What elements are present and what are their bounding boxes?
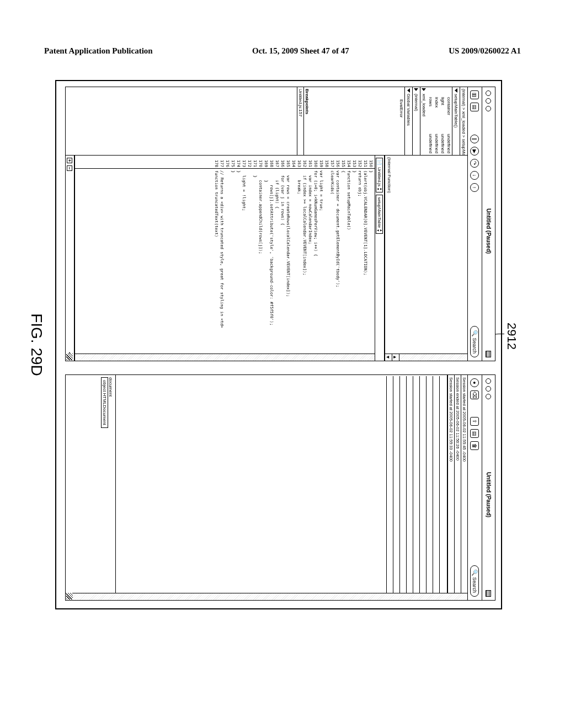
list-icon[interactable]: ▤ <box>471 429 479 438</box>
close-icon[interactable] <box>486 378 492 384</box>
export-icon[interactable]: ⇪ <box>471 417 479 426</box>
window-title: Untitled (Paused) <box>486 114 492 349</box>
callout-2912: 2912 <box>504 323 519 350</box>
trash-icon[interactable]: 🗑 <box>471 441 479 450</box>
window-title: Untitled (Paused) <box>486 402 492 588</box>
minimize-icon[interactable] <box>486 98 492 104</box>
zoom-icon[interactable] <box>486 394 492 399</box>
rotated-content: 2912 2910 2911 Untitled (Paused) ▥ ▤ ∥ ▶… <box>55 80 502 609</box>
disclosure-triangle-icon[interactable] <box>455 88 457 93</box>
minimize-icon[interactable] <box>486 386 492 392</box>
variable-row: indexundefined <box>434 87 440 155</box>
titlebar: Untitled (Paused) <box>482 87 495 361</box>
console-toolbar: ● ⌫ ⇪ ▤ 🗑 🔍 Search <box>467 375 482 600</box>
step-out-icon[interactable]: ↑ <box>471 183 479 192</box>
sheet-label: Oct. 15, 2009 Sheet 47 of 47 <box>252 46 349 56</box>
log-line <box>393 376 399 599</box>
updown-icon: ▴▾ <box>376 188 383 190</box>
toolbar-toggle-icon[interactable] <box>486 351 492 357</box>
log-line <box>426 376 433 599</box>
log-line <box>433 376 439 599</box>
log-line <box>419 376 426 599</box>
log-area[interactable] <box>115 375 447 600</box>
internal-function-label: (Internal Function) <box>387 157 392 193</box>
scope-xml-loaded[interactable]: xml_loaded <box>420 87 428 155</box>
step-over-icon[interactable]: ↷ <box>471 159 479 168</box>
footer-controls: + − ◂ ▸ <box>66 156 74 361</box>
figure-frame: 2912 2910 2911 Untitled (Paused) ▥ ▤ ∥ ▶… <box>55 80 502 609</box>
scroll-up-icon[interactable]: ▴ <box>392 354 399 361</box>
doc-label: document <box>108 377 113 598</box>
zoom-icon[interactable] <box>486 106 492 111</box>
log-line <box>439 376 446 599</box>
file-icon: 📄 <box>377 160 382 165</box>
doc-value-box[interactable]: object HTMLDocument <box>101 377 108 428</box>
continue-icon[interactable]: ▶ <box>471 147 479 156</box>
file-name: Untitled.js <box>377 167 382 186</box>
pause-icon[interactable]: ∥ <box>471 135 479 143</box>
inspector-area: document object HTMLDocument <box>66 375 115 600</box>
debugger-window: Untitled (Paused) ▥ ▤ ∥ ▶ ↷ ↓ ↑ 🔍 Search <box>65 87 495 361</box>
session-list[interactable]: Session started at 2005-06-02 11:55:45 -… <box>447 375 467 600</box>
breakpoint-item[interactable]: Untitled.js:157 <box>297 87 303 155</box>
log-line <box>413 376 419 599</box>
clear-icon[interactable]: ⌫ <box>471 390 479 399</box>
variable-row: rowsundefined <box>428 87 434 155</box>
scroll-down-icon[interactable]: ▾ <box>385 354 392 361</box>
variable-row: EvalError <box>398 87 404 155</box>
console-window: Untitled (Paused) ● ⌫ ⇪ ▤ 🗑 🔍 Search Ses… <box>65 374 495 601</box>
line-number-gutter[interactable]: 1501511521531541551561571581591601611621… <box>75 156 375 169</box>
scrollbar-vertical[interactable] <box>75 354 375 361</box>
updown-icon: ▴▾ <box>376 229 383 232</box>
toolbar-toggle-icon[interactable] <box>486 590 492 597</box>
search-input[interactable]: 🔍 Search <box>471 565 479 597</box>
figure-label: FIG. 29D <box>28 313 45 376</box>
variable-row: containerundefined <box>446 87 452 155</box>
file-dropdown[interactable]: 📄 Untitled.js ▴▾ <box>376 158 383 192</box>
console-icon[interactable]: ▤ <box>471 103 479 111</box>
source-selector-bar: 📄 Untitled.js ▴▾ setupMainTable ▴▾ <box>375 156 385 361</box>
page-header: Patent Application Publication Oct. 15, … <box>44 46 521 56</box>
log-line <box>399 376 406 599</box>
code-lines[interactable]: }(alert(obj.VCALENDAR[0].VEVENT[1].LOCAT… <box>75 169 375 361</box>
record-icon[interactable]: ● <box>471 378 479 387</box>
titlebar: Untitled (Paused) <box>482 375 495 600</box>
call-frame-pane: (Internal Function) ▴ ▾ <box>385 156 467 361</box>
disclosure-triangle-icon[interactable] <box>414 88 418 91</box>
log-line <box>406 376 413 599</box>
scope-label: (internal) <box>414 94 419 111</box>
resize-grip-icon[interactable] <box>66 354 73 360</box>
search-input[interactable]: 🔍 Search <box>471 326 479 357</box>
resize-grip-icon[interactable] <box>66 593 73 599</box>
breakpoints-header: Breakpoints <box>303 87 310 155</box>
remove-button[interactable]: − <box>67 165 73 171</box>
scrollbar-vertical[interactable] <box>66 593 467 600</box>
scope-setupmaintable[interactable]: setupMainTable() <box>452 87 460 155</box>
main-area: (Internal Function) ▴ ▾ 📄 Untitled.js ▴▾ <box>66 156 467 361</box>
variables-sidebar: (internal) > xml_loaded > setupMainTable… <box>66 87 467 156</box>
scope-label: Global Variables <box>406 94 411 126</box>
source-code-pane[interactable]: 1501511521531541551561571581591601611621… <box>74 156 375 361</box>
scope-label: setupMainTable() <box>454 94 459 127</box>
function-name: setupMainTable <box>377 197 382 228</box>
log-line <box>386 376 393 599</box>
function-dropdown[interactable]: setupMainTable ▴▾ <box>376 195 383 234</box>
pub-label: Patent Application Publication <box>44 46 153 56</box>
session-row[interactable]: Session started at 2005-06-02 11:55:33 -… <box>447 375 454 600</box>
close-icon[interactable] <box>486 90 492 96</box>
session-row[interactable]: Session started at 2005-06-02 11:55:45 -… <box>461 375 467 600</box>
variable-row: lightundefined <box>440 87 446 155</box>
scope-globals[interactable]: Global Variables <box>404 87 412 155</box>
disclosure-triangle-icon[interactable] <box>407 88 410 93</box>
scope-internal[interactable]: (internal) <box>412 87 420 155</box>
search-placeholder: Search <box>472 338 478 354</box>
disclosure-triangle-icon[interactable] <box>422 88 426 91</box>
search-placeholder: Search <box>472 577 478 593</box>
sidebar-toggle-icon[interactable]: ▥ <box>471 90 479 99</box>
session-row[interactable]: Session ended at 2005-06-02 11:56:26 -04… <box>454 375 461 600</box>
add-button[interactable]: + <box>67 158 73 163</box>
scope-label: xml_loaded <box>422 94 427 116</box>
call-stack-crumb[interactable]: (internal) > xml_loaded > setupMainTable… <box>460 87 467 155</box>
step-into-icon[interactable]: ↓ <box>471 171 479 180</box>
search-icon: 🔍 <box>472 330 478 336</box>
